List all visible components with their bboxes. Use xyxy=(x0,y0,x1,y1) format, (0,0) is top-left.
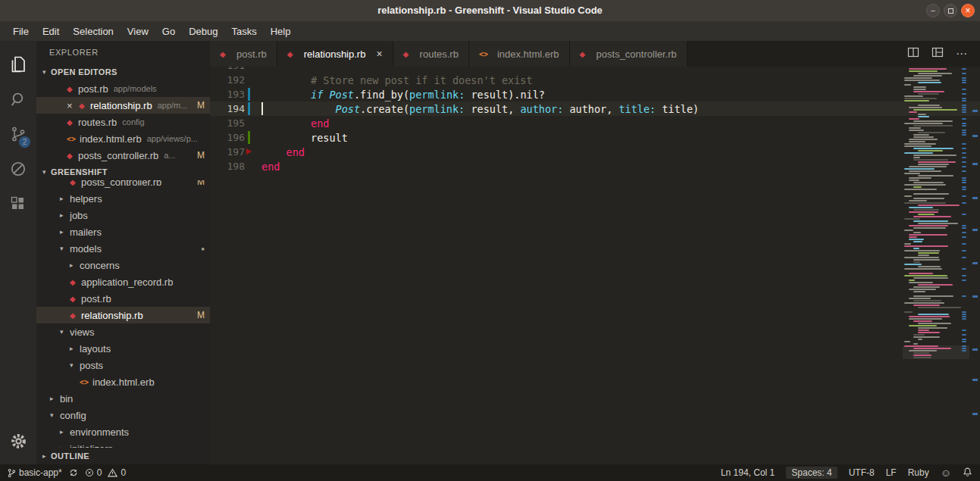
notifications-bell-icon[interactable] xyxy=(963,467,972,479)
token: end xyxy=(261,161,280,173)
open-editors-header[interactable]: ▾ OPEN EDITORS xyxy=(36,64,210,80)
menu-tasks[interactable]: Tasks xyxy=(224,21,263,41)
code-line-192[interactable]: 192 # Store new post if it doesn't exist xyxy=(210,73,980,87)
problems-status[interactable]: 0 0 xyxy=(85,467,126,478)
tree-folder-bin[interactable]: ▸bin xyxy=(36,390,210,407)
project-name-label: GREENSHIFT xyxy=(51,167,108,176)
minimap-line xyxy=(909,141,925,142)
open-editor-item[interactable]: ◆post.rbapp/models xyxy=(36,80,210,97)
minimap-line xyxy=(904,95,923,97)
tree-folder-concerns[interactable]: ▸concerns xyxy=(36,257,210,273)
language-mode-status[interactable]: Ruby xyxy=(908,467,929,478)
minimap-line xyxy=(904,168,935,170)
cursor-position-status[interactable]: Ln 194, Col 1 xyxy=(721,467,775,478)
open-editor-item[interactable]: ◆posts_controller.rba...M xyxy=(36,147,210,164)
feedback-smiley-icon[interactable]: ☺ xyxy=(941,467,951,478)
minimap-line xyxy=(918,332,940,333)
close-editor-icon[interactable]: × xyxy=(67,100,79,111)
git-branch-status[interactable]: basic-app* xyxy=(8,467,62,478)
menu-help[interactable]: Help xyxy=(264,21,298,41)
split-editor-icon[interactable] xyxy=(907,46,919,61)
tree-folder-helpers[interactable]: ▸helpers xyxy=(36,190,210,207)
menu-debug[interactable]: Debug xyxy=(182,21,224,41)
project-section-header[interactable]: ▾ GREENSHIFT xyxy=(36,164,210,180)
tree-folder-posts[interactable]: ▾posts xyxy=(36,357,210,373)
source-control-icon[interactable]: 2 xyxy=(0,117,36,151)
open-editor-item[interactable]: <>index.html.erbapp/views/p... xyxy=(36,130,210,147)
tab-label: posts_controller.rb xyxy=(596,48,677,60)
maximize-button[interactable] xyxy=(944,4,957,17)
explorer-icon[interactable] xyxy=(0,47,36,82)
tree-folder-models[interactable]: ▾models● xyxy=(36,240,210,257)
tree-item-label: models xyxy=(70,243,102,255)
tree-folder-environments[interactable]: ▸environments xyxy=(36,423,210,440)
tab-routes-rb[interactable]: ◆routes.rb xyxy=(393,41,469,67)
open-editor-item[interactable]: ×◆relationship.rbapp/m...M xyxy=(36,97,210,114)
code-line-191[interactable]: 191 xyxy=(210,67,980,73)
search-icon[interactable] xyxy=(0,82,36,117)
code-line-194[interactable]: 194 Post.create(permlink: result, author… xyxy=(210,102,980,116)
erb-file-icon: <> xyxy=(80,378,92,386)
chevron-right-icon: ▸ xyxy=(60,428,70,436)
menu-selection[interactable]: Selection xyxy=(66,21,120,41)
minimap-line xyxy=(918,314,949,315)
minimap-change-mark xyxy=(962,98,966,99)
minimap[interactable] xyxy=(903,67,969,464)
ruby-file-icon: ◆ xyxy=(79,102,90,110)
encoding-status[interactable]: UTF-8 xyxy=(849,467,875,478)
minimap-line xyxy=(913,89,926,90)
code-line-196[interactable]: 196 result xyxy=(210,130,980,145)
eol-status[interactable]: LF xyxy=(886,467,897,478)
menu-file[interactable]: File xyxy=(6,21,36,41)
minimap-line xyxy=(913,300,941,301)
tree-folder-layouts[interactable]: ▸layouts xyxy=(36,340,210,357)
debug-icon[interactable] xyxy=(0,151,36,186)
tree-file-relationship-rb[interactable]: ◆relationship.rbM xyxy=(36,307,210,323)
tree-folder-mailers[interactable]: ▸mailers xyxy=(36,223,210,240)
minimap-change-mark xyxy=(962,195,966,197)
menu-view[interactable]: View xyxy=(121,21,155,41)
tree-folder-jobs[interactable]: ▸jobs xyxy=(36,207,210,223)
code-editor[interactable]: 191192 # Store new post if it doesn't ex… xyxy=(210,67,980,464)
sync-button[interactable] xyxy=(69,468,78,477)
outline-section-header[interactable]: ▸ OUTLINE xyxy=(36,448,210,464)
scm-pending-badge: 2 xyxy=(19,136,30,148)
overview-ruler[interactable] xyxy=(969,67,980,464)
tree-file-post-rb[interactable]: ◆post.rb xyxy=(36,290,210,307)
code-line-195[interactable]: 195 end xyxy=(210,116,980,130)
tree-folder-views[interactable]: ▾views xyxy=(36,323,210,340)
code-line-198[interactable]: 198end xyxy=(210,159,980,173)
tree-file-index-html-erb[interactable]: <>index.html.erb xyxy=(36,373,210,390)
menu-edit[interactable]: Edit xyxy=(36,21,66,41)
open-editor-filename: relationship.rb xyxy=(90,100,152,111)
open-editor-path: app/views/p... xyxy=(147,134,205,143)
minimap-line xyxy=(913,186,922,188)
close-button[interactable]: × xyxy=(961,4,975,17)
close-tab-icon[interactable]: × xyxy=(376,48,382,60)
code-line-197[interactable]: 197 end xyxy=(210,145,980,159)
toggle-layout-icon[interactable] xyxy=(931,46,944,61)
more-actions-icon[interactable]: ⋯ xyxy=(956,47,968,61)
menu-go[interactable]: Go xyxy=(155,21,182,41)
tree-file-application-record-rb[interactable]: ◆application_record.rb xyxy=(36,273,210,290)
minimap-line xyxy=(913,295,953,297)
indentation-status[interactable]: Spaces: 4 xyxy=(786,467,837,479)
ruby-file-icon: ◆ xyxy=(287,50,299,58)
code-line-193[interactable]: 193 if Post.find_by(permlink: result).ni… xyxy=(210,87,980,102)
open-editor-item[interactable]: ◆routes.rbconfig xyxy=(36,114,210,130)
token xyxy=(261,89,311,101)
tree-folder-initializers[interactable]: ▸initializers xyxy=(36,440,210,448)
tab-post-rb[interactable]: ◆post.rb xyxy=(210,41,277,67)
tab-index-html-erb[interactable]: <>index.html.erb xyxy=(469,41,570,67)
tab-relationship-rb[interactable]: ◆relationship.rb× xyxy=(277,41,393,67)
code-text: end xyxy=(255,117,329,130)
settings-gear-icon[interactable] xyxy=(0,423,36,458)
minimap-line xyxy=(913,305,940,306)
tab-posts-controller-rb[interactable]: ◆posts_controller.rb xyxy=(570,41,687,67)
tree-file-posts-controller-rb[interactable]: ◆posts_controller.rbM xyxy=(36,180,210,190)
minimap-line xyxy=(909,166,947,167)
tree-folder-config[interactable]: ▾config xyxy=(36,407,210,423)
extensions-icon[interactable] xyxy=(0,186,36,221)
outline-label: OUTLINE xyxy=(51,451,89,461)
minimize-button[interactable]: − xyxy=(926,4,940,17)
